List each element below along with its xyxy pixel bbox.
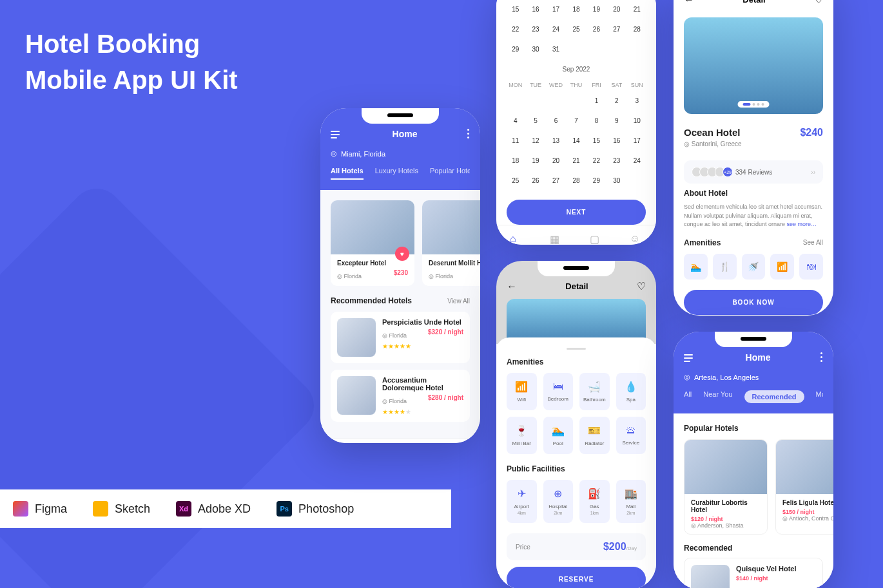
calendar-date[interactable]: 14 bbox=[567, 132, 585, 149]
calendar-date[interactable]: 19 bbox=[588, 1, 605, 18]
view-all-link[interactable]: View All bbox=[447, 298, 470, 305]
amenity-item[interactable]: 🛏Bedroom bbox=[543, 373, 574, 410]
reviews-bar[interactable]: +29 334 Reviews ›› bbox=[684, 160, 823, 184]
amenity-icon[interactable]: 📶 bbox=[770, 254, 794, 280]
calendar-date[interactable]: 20 bbox=[608, 1, 625, 18]
amenity-item[interactable]: 🏊Pool bbox=[543, 417, 574, 454]
heart-icon[interactable]: ♥ bbox=[395, 247, 409, 261]
location-row[interactable]: ◎Artesia, Los Angeles bbox=[684, 373, 823, 381]
calendar-date[interactable]: 18 bbox=[567, 1, 585, 18]
hotel-card[interactable]: Deserunt Mollit Hot ◎ Florida bbox=[422, 200, 480, 286]
calendar-date[interactable]: 24 bbox=[628, 152, 646, 169]
calendar-date[interactable]: 21 bbox=[628, 1, 646, 18]
calendar-date[interactable]: 22 bbox=[507, 21, 524, 38]
calendar-date[interactable]: 30 bbox=[527, 41, 544, 58]
calendar-date[interactable]: 12 bbox=[527, 132, 544, 149]
amenity-item[interactable]: 🛁Bathroom bbox=[579, 373, 610, 410]
amenity-icon[interactable]: 🍽 bbox=[799, 254, 823, 280]
hotel-card[interactable]: ♥ Excepteur Hotel ◎ Florida $230 bbox=[331, 200, 414, 286]
more-icon[interactable] bbox=[820, 352, 823, 363]
calendar-date[interactable]: 21 bbox=[567, 152, 585, 169]
calendar-date[interactable] bbox=[628, 41, 646, 58]
amenity-icon[interactable]: 🚿 bbox=[742, 254, 766, 280]
tab-nearyou[interactable]: Near You bbox=[703, 390, 732, 403]
home-icon[interactable]: ⌂ bbox=[510, 233, 523, 245]
tab-mostviewed[interactable]: Most Viewed bbox=[816, 390, 823, 403]
calendar-date[interactable]: 15 bbox=[507, 1, 524, 18]
list-item[interactable]: Quisque Vel Hotel $140 / night bbox=[684, 558, 823, 588]
facility-item[interactable]: ✈Airport4km bbox=[507, 480, 537, 523]
facility-item[interactable]: ⛽Gas1km bbox=[579, 480, 610, 523]
calendar-date[interactable]: 31 bbox=[547, 41, 565, 58]
calendar-date[interactable]: 6 bbox=[547, 112, 565, 129]
calendar-date[interactable]: 25 bbox=[567, 21, 585, 38]
amenity-item[interactable]: 💧Spa bbox=[616, 373, 646, 410]
drag-handle[interactable] bbox=[567, 348, 586, 350]
calendar-date[interactable]: 27 bbox=[547, 172, 565, 189]
heart-icon[interactable]: ♡ bbox=[814, 0, 823, 6]
calendar-date[interactable]: 9 bbox=[608, 112, 625, 129]
amenity-item[interactable]: 🍷Mini Bar bbox=[507, 417, 537, 454]
tab-luxury[interactable]: Luxury Hotels bbox=[375, 167, 418, 180]
calendar-date[interactable]: 24 bbox=[547, 21, 565, 38]
calendar-date[interactable]: 7 bbox=[567, 112, 585, 129]
tab-all[interactable]: All bbox=[684, 390, 692, 403]
calendar-date[interactable]: 22 bbox=[588, 152, 605, 169]
reserve-button[interactable]: RESERVE bbox=[507, 567, 646, 588]
calendar-date[interactable]: 17 bbox=[547, 1, 565, 18]
facility-item[interactable]: 🏬Mall2km bbox=[616, 480, 646, 523]
calendar-date[interactable]: 4 bbox=[507, 112, 524, 129]
see-all-link[interactable]: See All bbox=[803, 239, 823, 246]
calendar-date[interactable]: 20 bbox=[547, 152, 565, 169]
calendar-date[interactable]: 5 bbox=[527, 112, 544, 129]
facility-item[interactable]: ⊕Hospital2km bbox=[543, 480, 574, 523]
calendar-date[interactable]: 28 bbox=[567, 172, 585, 189]
calendar-date[interactable]: 26 bbox=[588, 21, 605, 38]
calendar-date[interactable]: 28 bbox=[628, 21, 646, 38]
calendar-date[interactable]: 15 bbox=[588, 132, 605, 149]
hotel-card[interactable]: Curabitur Lobortis Hotel $120 / night ◎ … bbox=[684, 439, 768, 535]
menu-icon[interactable] bbox=[331, 129, 342, 138]
tab-all-hotels[interactable]: All Hotels bbox=[331, 167, 364, 180]
more-icon[interactable] bbox=[467, 129, 470, 139]
list-item[interactable]: Accusantium Doloremque Hotel ◎ Florida $… bbox=[331, 370, 470, 422]
calendar-date[interactable]: 29 bbox=[588, 172, 605, 189]
calendar-date[interactable]: 11 bbox=[507, 132, 524, 149]
calendar-date[interactable] bbox=[608, 41, 625, 58]
heart-icon[interactable]: ♡ bbox=[637, 280, 646, 292]
calendar-icon[interactable]: ▢ bbox=[590, 233, 603, 245]
amenity-item[interactable]: 📶Wifi bbox=[507, 373, 537, 410]
calendar-date[interactable]: 17 bbox=[628, 132, 646, 149]
location-row[interactable]: ◎Miami, Florida bbox=[331, 149, 470, 158]
calendar-date[interactable]: 13 bbox=[547, 132, 565, 149]
calendar-date[interactable]: 26 bbox=[527, 172, 544, 189]
calendar-date[interactable]: 18 bbox=[507, 152, 524, 169]
tab-recommended[interactable]: Recomended bbox=[744, 390, 804, 403]
menu-icon[interactable] bbox=[684, 353, 695, 362]
calendar-date[interactable]: 16 bbox=[527, 1, 544, 18]
amenity-item[interactable]: 🛎Service bbox=[616, 417, 646, 454]
calendar-date[interactable]: 23 bbox=[608, 152, 625, 169]
book-now-button[interactable]: BOOK NOW bbox=[684, 290, 823, 315]
amenity-icon[interactable]: 🍴 bbox=[713, 254, 737, 280]
see-more-link[interactable]: see more… bbox=[787, 221, 817, 227]
calendar-date[interactable]: 25 bbox=[507, 172, 524, 189]
tab-popular[interactable]: Popular Hotels bbox=[430, 167, 470, 180]
calendar-date[interactable]: 2 bbox=[608, 92, 625, 109]
next-button[interactable]: NEXT bbox=[507, 200, 646, 225]
list-item[interactable]: Perspiciatis Unde Hotel ◎ Florida $320 /… bbox=[331, 312, 470, 363]
calendar-date[interactable]: 8 bbox=[588, 112, 605, 129]
calendar-date[interactable]: 19 bbox=[527, 152, 544, 169]
hotel-card[interactable]: Felis Ligula Hotel $150 / night ◎ Antioc… bbox=[775, 439, 833, 535]
calendar-date[interactable]: 27 bbox=[608, 21, 625, 38]
calendar-date[interactable] bbox=[567, 41, 585, 58]
calendar-date[interactable]: 30 bbox=[608, 172, 625, 189]
profile-icon[interactable]: ☺ bbox=[630, 233, 643, 245]
map-icon[interactable]: ▦ bbox=[550, 233, 563, 245]
calendar-date[interactable] bbox=[588, 41, 605, 58]
calendar-date[interactable]: 23 bbox=[527, 21, 544, 38]
calendar-date[interactable]: 3 bbox=[628, 92, 646, 109]
amenity-icon[interactable]: 🏊 bbox=[684, 254, 708, 280]
back-icon[interactable]: ← bbox=[507, 281, 517, 292]
calendar-date[interactable]: 29 bbox=[507, 41, 524, 58]
